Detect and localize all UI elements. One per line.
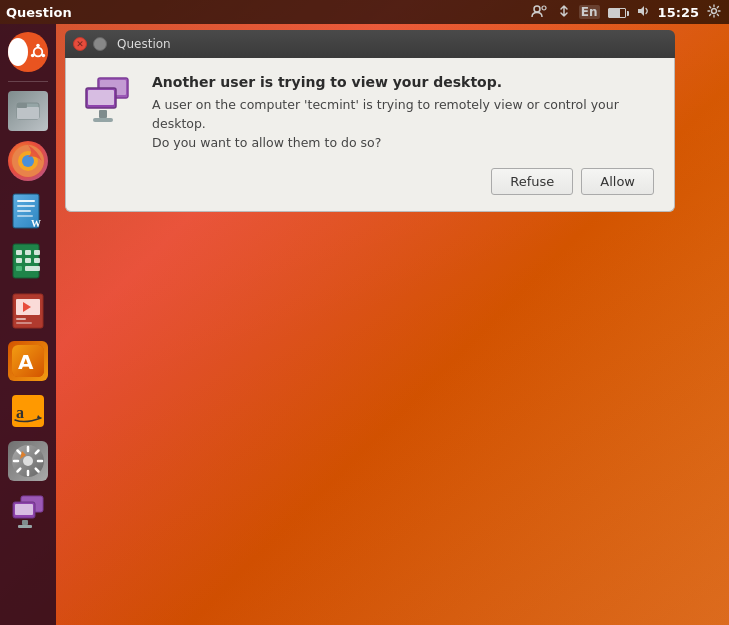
svg-text:a: a xyxy=(16,404,24,421)
svg-marker-2 xyxy=(638,6,644,16)
refuse-button[interactable]: Refuse xyxy=(491,168,573,195)
svg-rect-51 xyxy=(88,90,114,105)
battery-icon[interactable] xyxy=(606,5,628,19)
svg-rect-30 xyxy=(25,266,40,271)
svg-rect-52 xyxy=(99,110,107,118)
messaging-icon[interactable] xyxy=(529,4,549,21)
dialog-title: Question xyxy=(117,37,171,51)
launcher-item-calc[interactable] xyxy=(4,237,52,285)
svg-rect-53 xyxy=(93,118,113,122)
panel-app-title: Question xyxy=(6,5,72,20)
panel-right: En 15:25 xyxy=(529,4,723,21)
svg-rect-47 xyxy=(18,525,32,528)
svg-rect-24 xyxy=(25,250,31,255)
dialog-text-area: Another user is trying to view your desk… xyxy=(152,74,654,152)
svg-rect-23 xyxy=(16,250,22,255)
svg-point-8 xyxy=(42,54,46,58)
svg-rect-18 xyxy=(17,205,35,207)
svg-rect-17 xyxy=(17,200,35,202)
svg-rect-25 xyxy=(34,250,40,255)
dialog-message-line1: A user on the computer 'tecmint' is tryi… xyxy=(152,97,619,131)
launcher-item-appstore[interactable]: A xyxy=(4,337,52,385)
svg-rect-34 xyxy=(16,322,32,324)
svg-point-42 xyxy=(23,456,33,466)
svg-point-7 xyxy=(31,54,35,58)
svg-rect-11 xyxy=(17,103,27,108)
svg-rect-29 xyxy=(16,266,22,271)
launcher-item-remote[interactable] xyxy=(4,487,52,535)
panel-time: 15:25 xyxy=(658,5,699,20)
dialog-icon-area xyxy=(82,74,138,130)
svg-rect-27 xyxy=(25,258,31,263)
svg-rect-10 xyxy=(17,107,39,119)
svg-point-3 xyxy=(712,8,717,13)
svg-rect-45 xyxy=(15,504,33,515)
launcher-item-files[interactable] xyxy=(4,87,52,135)
svg-rect-28 xyxy=(34,258,40,263)
dialog-container: ✕ Question xyxy=(65,30,675,212)
svg-text:A: A xyxy=(18,350,34,374)
dialog-message-line2: Do you want to allow them to do so? xyxy=(152,135,381,150)
dialog-message: A user on the computer 'tecmint' is tryi… xyxy=(152,96,654,152)
launcher-item-settings[interactable] xyxy=(4,437,52,485)
svg-rect-46 xyxy=(22,520,28,525)
launcher-separator-1 xyxy=(8,81,48,82)
launcher-item-firefox[interactable] xyxy=(4,137,52,185)
window-minimize-button[interactable] xyxy=(93,37,107,51)
svg-rect-19 xyxy=(17,210,31,212)
network-icon[interactable] xyxy=(555,4,573,21)
dialog-heading: Another user is trying to view your desk… xyxy=(152,74,654,90)
launcher-item-amazon[interactable]: a xyxy=(4,387,52,435)
launcher-item-ubuntu[interactable] xyxy=(4,28,52,76)
volume-icon[interactable] xyxy=(634,4,652,21)
dialog-buttons: Refuse Allow xyxy=(82,168,654,195)
panel-settings-icon[interactable] xyxy=(705,4,723,21)
svg-text:W: W xyxy=(31,218,41,229)
keyboard-indicator[interactable]: En xyxy=(579,5,600,19)
svg-point-14 xyxy=(22,155,34,167)
svg-point-1 xyxy=(542,6,546,10)
dialog-titlebar: ✕ Question xyxy=(65,30,675,58)
launcher: W xyxy=(0,24,56,625)
dialog-body: Another user is trying to view your desk… xyxy=(65,58,675,212)
window-close-button[interactable]: ✕ xyxy=(73,37,87,51)
svg-point-0 xyxy=(534,6,540,12)
svg-point-6 xyxy=(36,44,40,48)
svg-rect-26 xyxy=(16,258,22,263)
allow-button[interactable]: Allow xyxy=(581,168,654,195)
launcher-item-impress[interactable] xyxy=(4,287,52,335)
svg-rect-33 xyxy=(16,318,26,320)
remote-desktop-icon xyxy=(82,74,138,130)
dialog-content: Another user is trying to view your desk… xyxy=(82,74,654,152)
top-panel: Question En 1 xyxy=(0,0,729,24)
launcher-item-writer[interactable]: W xyxy=(4,187,52,235)
panel-left: Question xyxy=(6,5,72,20)
svg-rect-20 xyxy=(17,215,33,217)
